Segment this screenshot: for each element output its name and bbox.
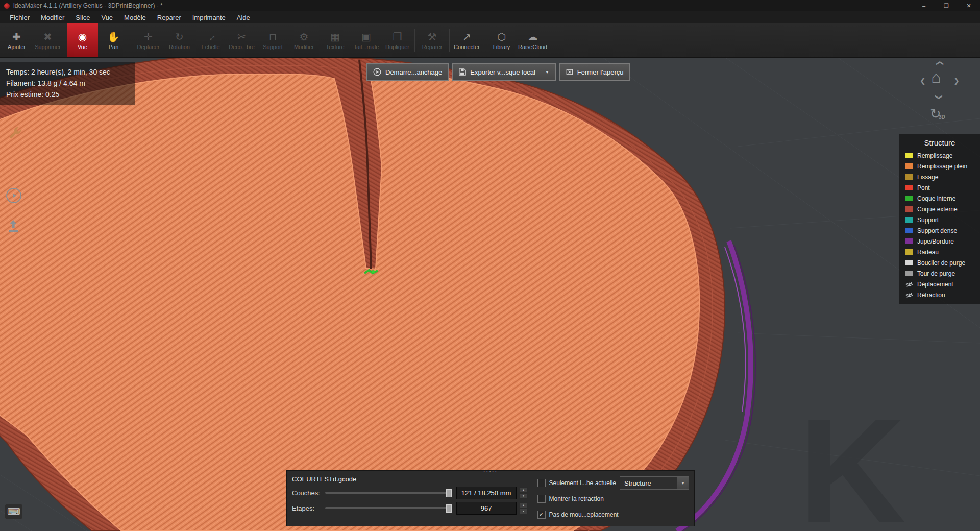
layers-step-down-button[interactable]: ▼ bbox=[520, 493, 528, 499]
close-preview-button[interactable]: Fermer l'aperçu bbox=[559, 63, 630, 81]
estimated-price: Prix estime: 0.25 bbox=[6, 89, 129, 100]
menu-aide[interactable]: Aide bbox=[231, 14, 256, 21]
steps-step-down-button[interactable]: ▼ bbox=[520, 509, 528, 514]
show-retraction-checkbox[interactable] bbox=[537, 495, 546, 503]
rotate-left-button[interactable]: ❮ bbox=[920, 77, 926, 85]
legend-dense-support[interactable]: Support dense bbox=[899, 225, 980, 236]
toolbar-scale[interactable]: ↔ Echelle bbox=[195, 23, 226, 57]
rotate-right-button[interactable]: ❯ bbox=[953, 77, 960, 85]
filament-usage: Filament: 13.8 g / 4.64 m bbox=[6, 78, 129, 89]
eye-off-icon bbox=[905, 281, 913, 287]
export-dropdown-arrow[interactable]: ▼ bbox=[541, 64, 549, 80]
gcode-preview-viewport[interactable]: K bbox=[0, 57, 980, 531]
toolbar-separator bbox=[484, 29, 484, 52]
legend-bridge[interactable]: Pont bbox=[899, 182, 980, 193]
rotate-up-button[interactable]: ❯ bbox=[935, 60, 943, 66]
toolbar-pan[interactable]: ✋ Pan bbox=[98, 23, 129, 57]
only-current-layer-checkbox[interactable] bbox=[537, 479, 546, 487]
wrench-icon bbox=[8, 127, 21, 140]
toolbar-rotate[interactable]: ↻ Rotation bbox=[164, 23, 195, 57]
dense-support-swatch bbox=[905, 228, 913, 233]
toolbar-duplicate[interactable]: ❐ Dupliquer bbox=[382, 23, 413, 57]
no-travel-moves-checkbox[interactable]: ✓ bbox=[537, 511, 546, 519]
close-button[interactable]: ✕ bbox=[958, 0, 980, 11]
toolbar-max-fit[interactable]: ▣ Tail...male bbox=[351, 23, 382, 57]
skirt-brim-swatch bbox=[905, 238, 913, 244]
infill-swatch bbox=[905, 153, 913, 158]
hand-icon: ✋ bbox=[107, 31, 120, 42]
toolbar-modify[interactable]: ⚙ Modifier bbox=[288, 23, 320, 57]
panel-drag-handle[interactable]: ····· bbox=[483, 468, 498, 474]
legend-inner-shell[interactable]: Coque interne bbox=[899, 193, 980, 204]
steps-slider-handle[interactable] bbox=[446, 504, 452, 513]
toolbar-move[interactable]: ✛ Deplacer bbox=[133, 23, 164, 57]
play-icon bbox=[11, 192, 17, 199]
delete-icon: ✖ bbox=[43, 31, 52, 42]
keyboard-icon: ⌨ bbox=[7, 506, 20, 517]
rotate-down-button[interactable]: ❯ bbox=[935, 94, 943, 100]
menu-reparer[interactable]: Reparer bbox=[152, 14, 187, 21]
view-mode-dropdown[interactable]: Structure ▼ bbox=[620, 476, 689, 490]
legend-outer-shell[interactable]: Coque externe bbox=[899, 204, 980, 214]
toolbar-library[interactable]: ⬡ Library bbox=[486, 23, 517, 57]
menu-imprimante[interactable]: Imprimante bbox=[187, 14, 231, 21]
legend-purge-tower[interactable]: Tour de purge bbox=[899, 268, 980, 279]
toolbar-connect[interactable]: ↗ Connecter bbox=[451, 23, 482, 57]
print-time: Temps: 2 heure(s), 2 min, 30 sec bbox=[6, 66, 129, 78]
rotate-3d-label[interactable]: 3D bbox=[939, 114, 945, 120]
toolbar-view[interactable]: ◉ Vue bbox=[67, 23, 98, 57]
toolbar-separator bbox=[414, 29, 415, 52]
menu-slice[interactable]: Slice bbox=[70, 14, 95, 21]
steps-stepper: ▲ ▼ bbox=[520, 502, 528, 514]
keyboard-shortcuts-button[interactable]: ⌨ bbox=[5, 504, 22, 519]
scale-icon: ↔ bbox=[203, 29, 218, 44]
repair-icon: ⚒ bbox=[428, 31, 437, 42]
outer-shell-swatch bbox=[905, 206, 913, 212]
print-settings-button[interactable] bbox=[8, 127, 21, 142]
export-gcode-button[interactable]: Exporter v...sque local ▼ bbox=[452, 63, 556, 81]
legend-solid-infill[interactable]: Remplissage plein bbox=[899, 161, 980, 172]
steps-slider[interactable] bbox=[325, 507, 452, 509]
menu-modifier[interactable]: Modifier bbox=[35, 14, 70, 21]
legend-travel-moves[interactable]: Déplacement bbox=[899, 279, 980, 289]
preview-action-bar: Démarre...anchage Exporter v...sque loca… bbox=[366, 63, 630, 81]
view-mode-dropdown-arrow[interactable]: ▼ bbox=[677, 477, 689, 489]
toolbar-free-cut[interactable]: ✂ Deco...bre bbox=[226, 23, 257, 57]
start-print-button[interactable]: Démarre...anchage bbox=[366, 63, 449, 81]
legend-skirt-brim[interactable]: Jupe/Bordure bbox=[899, 236, 980, 247]
upload-button[interactable] bbox=[7, 220, 19, 235]
home-view-button[interactable]: ⌂ bbox=[931, 68, 941, 86]
restore-button[interactable]: ❐ bbox=[935, 0, 958, 11]
toolbar-repair[interactable]: ⚒ Reparer bbox=[416, 23, 448, 57]
legend-ironing[interactable]: Lissage bbox=[899, 172, 980, 182]
toolbar-separator bbox=[65, 29, 65, 52]
menu-vue[interactable]: Vue bbox=[95, 14, 118, 21]
toolbar-texture[interactable]: ▦ Texture bbox=[320, 23, 351, 57]
legend-support[interactable]: Support bbox=[899, 214, 980, 225]
toolbar-support[interactable]: ⊓ Support bbox=[257, 23, 288, 57]
legend-purge-shield[interactable]: Bouclier de purge bbox=[899, 257, 980, 268]
layers-slider[interactable] bbox=[325, 492, 452, 494]
menu-fichier[interactable]: Fichier bbox=[4, 14, 35, 21]
library-icon: ⬡ bbox=[497, 31, 506, 42]
legend-retraction[interactable]: Rétraction bbox=[899, 289, 980, 300]
toolbar-add[interactable]: ✚ Ajouter bbox=[1, 23, 32, 57]
toolbar-delete[interactable]: ✖ Supprimer bbox=[32, 23, 63, 57]
toolbar-separator bbox=[131, 29, 131, 52]
layers-value-field[interactable]: 121 / 18.250 mm bbox=[456, 487, 517, 499]
minimize-button[interactable]: – bbox=[913, 0, 935, 11]
steps-row: Etapes: 967 ▲ ▼ bbox=[292, 502, 528, 514]
legend-infill[interactable]: Remplissage bbox=[899, 150, 980, 161]
gcode-preview-canvas[interactable]: K bbox=[0, 57, 980, 531]
eye-off-icon bbox=[905, 292, 913, 298]
menu-modele[interactable]: Modèle bbox=[118, 14, 152, 21]
layers-slider-handle[interactable] bbox=[446, 489, 452, 497]
slider-section: COEURTESTd.gcode Couches: 121 / 18.250 m… bbox=[287, 471, 532, 526]
toolbar-raisecloud[interactable]: ☁ RaiseCloud bbox=[517, 23, 548, 57]
layers-step-up-button[interactable]: ▲ bbox=[520, 487, 528, 493]
steps-step-up-button[interactable]: ▲ bbox=[520, 502, 528, 508]
legend-raft[interactable]: Radeau bbox=[899, 247, 980, 257]
play-preview-button[interactable]: ▼ bbox=[6, 188, 21, 203]
steps-value-field[interactable]: 967 bbox=[456, 502, 517, 515]
menu-bar: Fichier Modifier Slice Vue Modèle Repare… bbox=[0, 11, 980, 23]
